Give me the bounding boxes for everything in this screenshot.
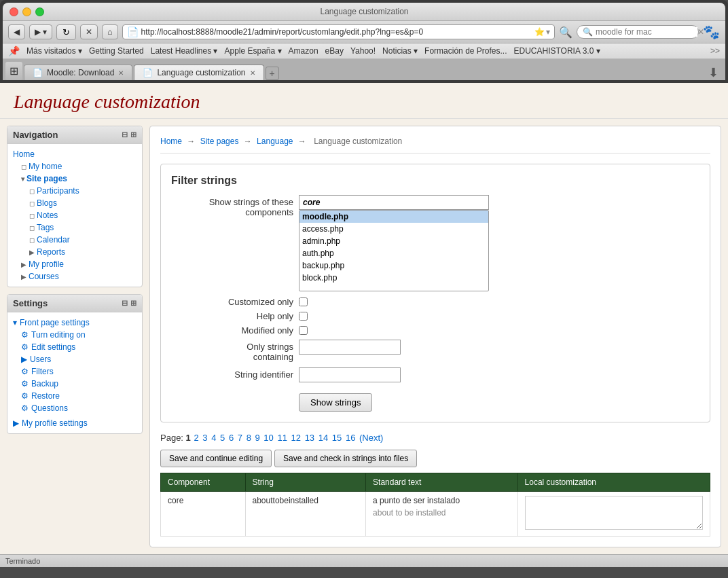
page-13[interactable]: 13 — [305, 433, 314, 443]
close-button[interactable] — [10, 7, 18, 16]
settings-block-config[interactable]: ⊞ — [130, 299, 136, 308]
page-8[interactable]: 8 — [247, 433, 251, 443]
nav-notes[interactable]: ◻Notes — [13, 209, 136, 221]
tab-moodle-download-close[interactable]: ✕ — [118, 69, 124, 77]
page-next[interactable]: (Next) — [359, 433, 383, 443]
breadcrumb-site-pages[interactable]: Site pages — [200, 137, 239, 146]
bookmarks-bar: 📌 Más visitados ▾ Getting Started Latest… — [3, 43, 725, 59]
bookmark-latest-headlines[interactable]: Latest Headlines ▾ — [151, 46, 218, 56]
nav-calendar[interactable]: ◻Calendar — [13, 234, 136, 246]
address-input[interactable] — [141, 27, 534, 37]
bookmark-yahoo[interactable]: Yahoo! — [350, 46, 376, 56]
breadcrumb-home[interactable]: Home — [160, 137, 182, 146]
settings-users[interactable]: ▶Users — [13, 353, 136, 365]
col-local-customization: Local customization — [517, 473, 710, 492]
stop-button[interactable]: ✕ — [80, 24, 98, 39]
navigation-block-config[interactable]: ⊞ — [130, 130, 136, 139]
bookmark-ebay[interactable]: eBay — [325, 46, 344, 56]
window-chrome: Language customization — [3, 3, 725, 21]
bookmark-mas-visitados[interactable]: Más visitados ▾ — [26, 46, 82, 56]
breadcrumb-sep3: → — [298, 137, 306, 146]
settings-questions[interactable]: ⚙Questions — [13, 402, 136, 414]
page-title: Language customization — [14, 91, 714, 113]
bookmarks-more-icon[interactable]: >> — [710, 46, 720, 56]
page-16[interactable]: 16 — [346, 433, 355, 443]
modified-only-row: Modified only — [171, 325, 699, 336]
option-auth-php[interactable]: auth.php — [299, 247, 488, 259]
tab-favicon-home[interactable]: ⊞ — [5, 62, 22, 80]
settings-backup[interactable]: ⚙Backup — [13, 378, 136, 390]
components-select[interactable]: moodle.php access.php admin.php auth.php… — [299, 210, 489, 291]
new-tab-button[interactable]: + — [266, 67, 279, 80]
navigation-block-dock[interactable]: ⊟ — [122, 130, 128, 139]
downloads-icon[interactable]: ⬇ — [704, 65, 723, 80]
forward-button[interactable]: ▶ ▾ — [29, 24, 52, 39]
bookmark-amazon[interactable]: Amazon — [289, 46, 318, 56]
home-button[interactable]: ⌂ — [102, 24, 117, 39]
minimize-button[interactable] — [22, 7, 31, 16]
nav-participants[interactable]: ◻Participants — [13, 185, 136, 197]
page-3[interactable]: 3 — [202, 433, 207, 443]
page-6[interactable]: 6 — [229, 433, 234, 443]
save-continue-button[interactable]: Save and continue editing — [160, 450, 272, 467]
settings-edit-settings[interactable]: ⚙Edit settings — [13, 341, 136, 353]
only-strings-input[interactable] — [299, 340, 401, 355]
cell-local-customization[interactable] — [517, 492, 710, 537]
option-admin-php[interactable]: admin.php — [299, 235, 488, 247]
back-button[interactable]: ◀ — [8, 24, 25, 39]
settings-front-page[interactable]: ▾Front page settings — [13, 317, 136, 329]
maximize-button[interactable] — [35, 7, 44, 16]
option-block-php[interactable]: block.php — [299, 272, 488, 284]
bookmark-educahistoria[interactable]: EDUCAHISTORIA 3.0 ▾ — [514, 46, 600, 56]
cell-standard-text: a punto de ser instalado about to be ins… — [366, 492, 518, 537]
nav-reports[interactable]: ▶Reports — [13, 246, 136, 258]
breadcrumb: Home → Site pages → Language → Language … — [160, 137, 710, 153]
bookmark-formacion[interactable]: Formación de Profes... — [424, 46, 507, 56]
nav-site-pages[interactable]: ▾Site pages — [13, 173, 136, 185]
bookmark-noticias[interactable]: Noticias ▾ — [382, 46, 418, 56]
string-identifier-input[interactable] — [299, 367, 401, 382]
page-15[interactable]: 15 — [332, 433, 342, 443]
show-strings-button[interactable]: Show strings — [299, 393, 372, 412]
nav-my-home[interactable]: ◻My home — [13, 160, 136, 173]
nav-tags[interactable]: ◻Tags — [13, 221, 136, 234]
page-11[interactable]: 11 — [277, 433, 287, 443]
nav-home[interactable]: Home — [13, 148, 136, 160]
nav-my-profile[interactable]: ▶My profile — [13, 258, 136, 270]
settings-block-dock[interactable]: ⊟ — [122, 299, 128, 308]
settings-my-profile[interactable]: ▶My profile settings — [13, 417, 136, 429]
settings-title: Settings — [13, 298, 48, 308]
modified-only-checkbox[interactable] — [299, 326, 308, 335]
settings-turn-editing-on[interactable]: ⚙Turn editing on — [13, 329, 136, 341]
refresh-button[interactable]: ↻ — [56, 24, 76, 40]
help-only-checkbox[interactable] — [299, 312, 308, 321]
bookmark-getting-started[interactable]: Getting Started — [89, 46, 144, 56]
customized-only-checkbox[interactable] — [299, 297, 308, 306]
nav-blogs[interactable]: ◻Blogs — [13, 197, 136, 209]
page-12[interactable]: 12 — [291, 433, 301, 443]
page-14[interactable]: 14 — [318, 433, 328, 443]
page-7[interactable]: 7 — [238, 433, 242, 443]
page-4[interactable]: 4 — [211, 433, 216, 443]
tab-language-customization-close[interactable]: ✕ — [250, 69, 255, 77]
main-layout: Navigation ⊟ ⊞ Home ◻My home ▾Site pages… — [0, 119, 728, 554]
bookmark-apple-espana[interactable]: Apple España ▾ — [224, 46, 281, 56]
page-10[interactable]: 10 — [263, 433, 273, 443]
page-9[interactable]: 9 — [255, 433, 259, 443]
option-moodle-php[interactable]: moodle.php — [299, 211, 488, 223]
components-text-input[interactable] — [299, 195, 489, 210]
tab-moodle-download[interactable]: 📄 Moodle: Download ✕ — [24, 65, 132, 80]
nav-courses[interactable]: ▶Courses — [13, 270, 136, 283]
breadcrumb-language[interactable]: Language — [257, 137, 293, 146]
local-customization-input[interactable] — [525, 496, 703, 530]
tab-language-customization[interactable]: 📄 Language customization ✕ — [134, 65, 263, 80]
save-check-in-button[interactable]: Save and check in strings into files — [274, 450, 417, 467]
page-area: Language customization Navigation ⊟ ⊞ Ho… — [0, 83, 728, 554]
settings-restore[interactable]: ⚙Restore — [13, 390, 136, 402]
option-access-php[interactable]: access.php — [299, 223, 488, 235]
page-5[interactable]: 5 — [220, 433, 225, 443]
page-2[interactable]: 2 — [194, 433, 198, 443]
option-backup-php[interactable]: backup.php — [299, 259, 488, 272]
search-input[interactable] — [596, 27, 697, 37]
settings-filters[interactable]: ⚙Filters — [13, 365, 136, 378]
